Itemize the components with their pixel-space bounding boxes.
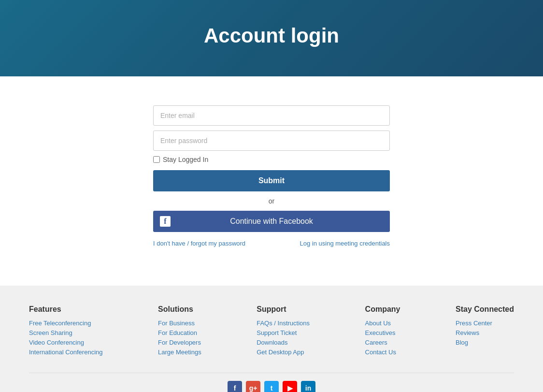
stay-logged-in-text: Stay Logged In [163,156,208,163]
footer-support-heading: Support [257,305,310,314]
page-title: Account login [10,24,533,47]
footer-link-for-education[interactable]: For Education [158,329,201,336]
footer-columns: Features Free Teleconferencing Screen Sh… [29,305,514,358]
footer-link-international-conferencing[interactable]: International Conferencing [29,348,103,356]
facebook-login-button[interactable]: f Continue with Facebook [153,211,390,232]
forgot-password-link[interactable]: I don't have / forgot my password [153,240,245,247]
login-links: I don't have / forgot my password Log in… [153,240,390,247]
social-facebook-icon[interactable]: f [228,381,242,392]
main-content: Stay Logged In Submit or f Continue with… [0,76,543,286]
footer-link-desktop-app[interactable]: Get Desktop App [257,348,310,356]
social-twitter-icon[interactable]: t [264,381,279,392]
footer-link-screen-sharing[interactable]: Screen Sharing [29,329,103,336]
page-footer: Features Free Teleconferencing Screen Sh… [0,286,543,392]
footer-stay-connected-heading: Stay Connected [456,305,514,314]
page-header: Account login [0,0,543,76]
footer-link-faqs[interactable]: FAQs / Instructions [257,319,310,327]
footer-link-about-us[interactable]: About Us [365,319,400,327]
social-googleplus-icon[interactable]: g+ [246,381,260,392]
password-field[interactable] [153,131,390,151]
social-linkedin-icon[interactable]: in [301,381,315,392]
stay-logged-in-label[interactable]: Stay Logged In [153,156,390,163]
footer-link-video-conferencing[interactable]: Video Conferencing [29,339,103,346]
footer-company-heading: Company [365,305,400,314]
footer-link-executives[interactable]: Executives [365,329,400,336]
footer-link-for-developers[interactable]: For Developers [158,339,201,346]
login-form: Stay Logged In Submit or f Continue with… [153,105,390,247]
or-divider: or [153,197,390,205]
email-field[interactable] [153,105,390,126]
facebook-icon: f [160,216,171,227]
meeting-credentials-link[interactable]: Log in using meeting credentials [300,240,390,247]
footer-link-press-center[interactable]: Press Center [456,319,514,327]
footer-col-stay-connected: Stay Connected Press Center Reviews Blog [456,305,514,358]
footer-features-heading: Features [29,305,103,314]
footer-divider [29,373,514,373]
footer-link-contact-us[interactable]: Contact Us [365,348,400,356]
footer-link-support-ticket[interactable]: Support Ticket [257,329,310,336]
footer-col-company: Company About Us Executives Careers Cont… [365,305,400,358]
footer-link-blog[interactable]: Blog [456,339,514,346]
footer-solutions-heading: Solutions [158,305,201,314]
footer-link-downloads[interactable]: Downloads [257,339,310,346]
footer-col-support: Support FAQs / Instructions Support Tick… [257,305,310,358]
footer-link-careers[interactable]: Careers [365,339,400,346]
facebook-icon-box: f [160,216,171,227]
footer-col-solutions: Solutions For Business For Education For… [158,305,201,358]
submit-button[interactable]: Submit [153,170,390,191]
footer-col-features: Features Free Teleconferencing Screen Sh… [29,305,103,358]
footer-link-large-meetings[interactable]: Large Meetings [158,348,201,356]
social-youtube-icon[interactable]: ▶ [283,381,297,392]
footer-social: f g+ t ▶ in [29,381,514,392]
facebook-button-label: Continue with Facebook [230,217,313,226]
footer-link-for-business[interactable]: For Business [158,319,201,327]
footer-link-free-teleconferencing[interactable]: Free Teleconferencing [29,319,103,327]
footer-link-reviews[interactable]: Reviews [456,329,514,336]
stay-logged-in-checkbox[interactable] [153,156,160,163]
